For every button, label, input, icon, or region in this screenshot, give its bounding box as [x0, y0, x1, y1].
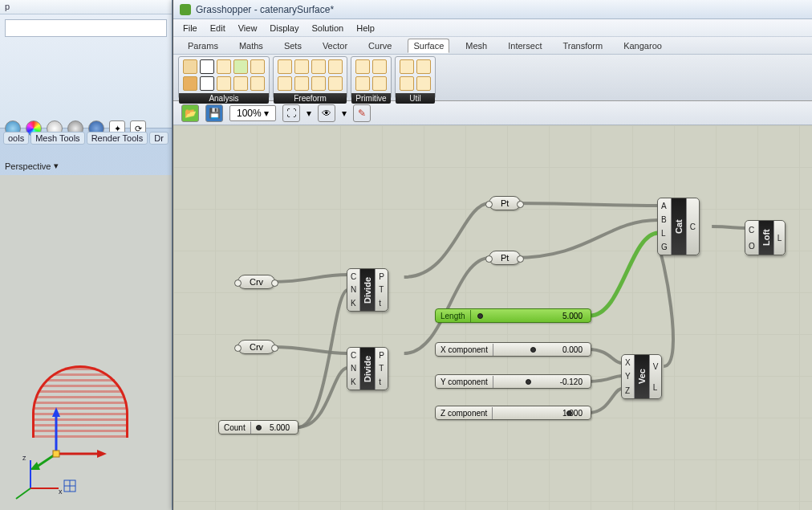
chevron-down-icon[interactable]: ▾ [342, 108, 347, 119]
port[interactable]: t [379, 299, 384, 308]
zoom-level[interactable]: 100% ▾ [229, 105, 276, 121]
ribbon-icon[interactable] [217, 76, 231, 91]
slider-ycomponent[interactable]: Y component -0.120 [435, 374, 591, 389]
port[interactable]: L [661, 229, 668, 238]
ribbon-icon[interactable] [372, 76, 387, 91]
param-point[interactable]: Pt [489, 251, 521, 265]
menu-solution[interactable]: Solution [311, 23, 343, 33]
tab-params[interactable]: Params [183, 39, 223, 52]
chevron-down-icon[interactable]: ▾ [264, 108, 269, 119]
chevron-down-icon[interactable]: ▾ [54, 161, 59, 171]
tab-vector[interactable]: Vector [318, 39, 352, 52]
slider-xcomponent[interactable]: X component 0.000 [435, 342, 591, 357]
port[interactable]: C [351, 351, 356, 360]
ribbon-icon[interactable] [294, 76, 309, 91]
port[interactable]: Y [625, 372, 631, 381]
port[interactable]: G [661, 243, 668, 251]
ribbon-icon[interactable] [250, 59, 265, 74]
port[interactable]: B [661, 215, 668, 224]
sketch-icon[interactable]: ✎ [353, 104, 371, 122]
port[interactable]: P [379, 272, 384, 281]
port[interactable]: X [625, 358, 631, 367]
zoom-extents-icon[interactable]: ⛶ [282, 104, 300, 122]
ribbon-icon[interactable] [278, 59, 292, 74]
ribbon-icon[interactable] [233, 59, 248, 74]
port[interactable]: V [653, 362, 659, 371]
rhino-tab[interactable]: ools [3, 132, 29, 145]
ribbon-group-util[interactable]: Util [395, 56, 436, 99]
port[interactable]: C [690, 222, 696, 231]
component-divide[interactable]: C N K Divide P T t [347, 347, 388, 390]
port[interactable]: P [379, 351, 384, 360]
open-icon[interactable]: 📂 [181, 104, 199, 122]
component-loft[interactable]: C O Loft L [745, 220, 786, 255]
ribbon-icon[interactable] [200, 76, 214, 91]
chevron-down-icon[interactable]: ▾ [307, 108, 311, 119]
menu-display[interactable]: Display [270, 23, 298, 33]
port[interactable]: T [379, 364, 384, 373]
ribbon-icon[interactable] [355, 76, 370, 91]
param-point[interactable]: Pt [489, 196, 521, 210]
ribbon-group-primitive[interactable]: Primitive [351, 56, 392, 99]
tab-kangaroo[interactable]: Kangaroo [619, 39, 667, 52]
ribbon-icon[interactable] [200, 59, 214, 74]
component-vector[interactable]: X Y Z Vec V L [621, 354, 662, 399]
ribbon-icon[interactable] [328, 59, 343, 74]
slider-zcomponent[interactable]: Z component 1.000 [435, 406, 591, 420]
grasshopper-canvas[interactable]: Pt Pt Crv Crv C N K Divide [173, 125, 812, 510]
preview-icon[interactable]: 👁 [318, 104, 335, 122]
tab-transform[interactable]: Transform [558, 39, 607, 52]
tab-maths[interactable]: Maths [234, 39, 268, 52]
ribbon-icon[interactable] [250, 76, 265, 91]
rhino-tabbar[interactable]: ools Mesh Tools Render Tools Dr [0, 129, 172, 148]
ribbon-icon[interactable] [372, 59, 387, 74]
ribbon-icon[interactable] [416, 59, 431, 74]
ribbon-icon[interactable] [278, 76, 292, 91]
tab-surface[interactable]: Surface [408, 39, 449, 53]
port[interactable]: K [351, 299, 356, 308]
component-divide[interactable]: C N K Divide P T t [347, 268, 388, 312]
ribbon-icon[interactable] [217, 59, 231, 74]
component-catenary[interactable]: A B L G Cat C [657, 198, 700, 255]
port[interactable]: C [351, 272, 356, 281]
tab-intersect[interactable]: Intersect [503, 39, 546, 52]
rhino-tab[interactable]: Mesh Tools [30, 132, 84, 145]
tab-sets[interactable]: Sets [279, 39, 307, 52]
port[interactable]: A [661, 202, 668, 210]
ribbon-icon[interactable] [416, 76, 431, 91]
slider-length[interactable]: Length 5.000 [435, 308, 591, 323]
menu-view[interactable]: View [238, 23, 258, 33]
port[interactable]: N [351, 285, 356, 294]
port[interactable]: Z [625, 386, 631, 395]
rhino-viewport[interactable]: z x [0, 175, 172, 510]
menubar[interactable]: File Edit View Display Solution Help [173, 19, 812, 37]
ribbon-icon[interactable] [328, 76, 343, 91]
ribbon-icon[interactable] [311, 76, 326, 91]
canvas-toolbar[interactable]: 📂 💾 100% ▾ ⛶ ▾ 👁 ▾ ✎ [173, 101, 812, 125]
tab-mesh[interactable]: Mesh [461, 39, 492, 52]
menu-help[interactable]: Help [356, 23, 375, 33]
param-curve[interactable]: Crv [238, 340, 275, 354]
menu-edit[interactable]: Edit [210, 23, 225, 33]
window-titlebar[interactable]: Grasshopper - catenarySurface* [173, 0, 812, 19]
port[interactable]: L [777, 234, 782, 243]
rhino-tab[interactable]: Dr [149, 132, 168, 145]
ribbon-group-analysis[interactable]: Analysis [178, 56, 270, 99]
port[interactable]: T [379, 285, 384, 294]
port[interactable]: L [653, 383, 659, 392]
port[interactable]: K [351, 377, 356, 386]
ribbon-icon[interactable] [355, 59, 370, 74]
ribbon-group-freeform[interactable]: Freeform [273, 56, 347, 99]
component-tabs[interactable]: Params Maths Sets Vector Curve Surface M… [173, 37, 812, 55]
slider-count[interactable]: Count 5.000 [218, 420, 298, 435]
rhino-tab[interactable]: Render Tools [87, 132, 148, 145]
ribbon-icon[interactable] [400, 59, 414, 74]
ribbon-icon[interactable] [183, 76, 197, 91]
ribbon-icon[interactable] [294, 59, 309, 74]
ribbon-icon[interactable] [233, 76, 248, 91]
tab-curve[interactable]: Curve [363, 39, 396, 52]
save-icon[interactable]: 💾 [205, 104, 223, 122]
ribbon-icon[interactable] [311, 59, 326, 74]
port[interactable]: O [749, 242, 755, 251]
param-curve[interactable]: Crv [238, 275, 275, 289]
